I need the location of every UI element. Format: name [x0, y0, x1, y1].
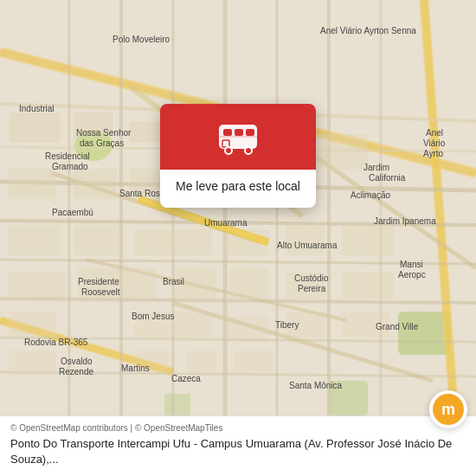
- svg-rect-31: [9, 113, 61, 143]
- svg-rect-34: [9, 169, 56, 199]
- svg-rect-56: [9, 351, 56, 375]
- svg-rect-3: [329, 381, 368, 415]
- svg-rect-33: [130, 121, 164, 143]
- svg-rect-39: [9, 225, 61, 255]
- bottom-bar: © OpenStreetMap contributors | © OpenStr…: [0, 415, 476, 476]
- svg-rect-65: [246, 129, 254, 136]
- svg-rect-64: [235, 129, 243, 136]
- svg-rect-40: [74, 225, 121, 255]
- svg-rect-32: [74, 113, 113, 138]
- popup-button[interactable]: Me leve para este local: [160, 170, 316, 208]
- svg-rect-35: [74, 169, 117, 199]
- svg-rect-53: [225, 316, 268, 342]
- svg-rect-46: [78, 268, 156, 299]
- svg-rect-50: [342, 273, 394, 299]
- svg-rect-45: [9, 273, 65, 299]
- svg-rect-43: [286, 225, 325, 255]
- map-container: Polo MoveleiroAnel Viário Ayrton SennaNo…: [0, 0, 476, 476]
- svg-rect-2: [398, 312, 450, 355]
- svg-rect-48: [229, 268, 268, 299]
- map-svg: [0, 0, 476, 476]
- popup-card: Me leve para este local: [160, 104, 316, 208]
- svg-rect-59: [234, 351, 273, 375]
- svg-rect-47: [173, 268, 216, 299]
- moovit-logo: m: [429, 390, 467, 428]
- svg-rect-51: [9, 312, 56, 338]
- svg-rect-57: [134, 351, 169, 375]
- svg-rect-52: [134, 312, 212, 338]
- svg-rect-54: [286, 312, 325, 338]
- svg-rect-41: [134, 229, 212, 255]
- moovit-icon: m: [433, 394, 464, 425]
- svg-rect-55: [342, 312, 389, 338]
- bus-icon: [215, 119, 261, 158]
- svg-rect-4: [164, 394, 190, 415]
- svg-point-70: [246, 148, 251, 153]
- svg-text:m: m: [441, 401, 455, 418]
- svg-rect-58: [186, 351, 216, 375]
- svg-rect-63: [223, 129, 232, 136]
- svg-rect-44: [342, 225, 394, 255]
- svg-rect-38: [312, 134, 368, 169]
- svg-rect-49: [286, 273, 325, 299]
- location-name: Ponto Do Transporte Intercampi Ufu - Cam…: [10, 436, 466, 467]
- popup-icon-area: [160, 104, 316, 170]
- svg-point-68: [226, 148, 231, 153]
- map-attribution: © OpenStreetMap contributors | © OpenStr…: [10, 423, 466, 433]
